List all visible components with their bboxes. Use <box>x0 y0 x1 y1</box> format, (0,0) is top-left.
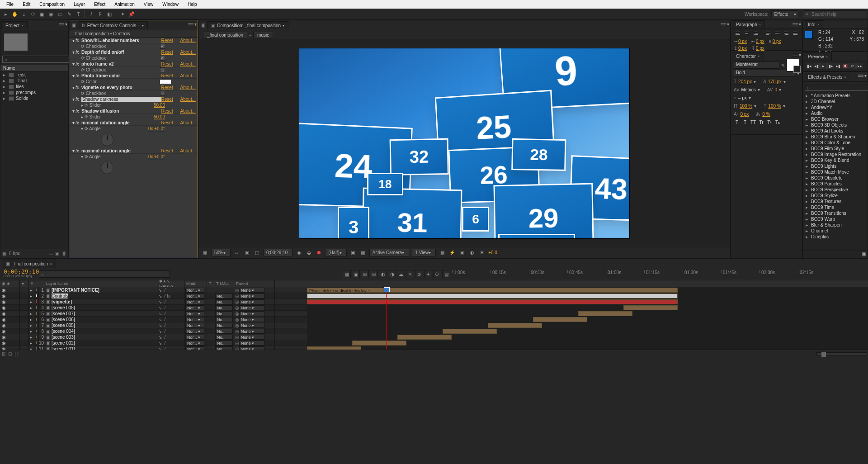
toggle-modes-icon[interactable]: ⊟ <box>8 351 12 356</box>
pickwhip-icon[interactable]: ◎ <box>235 341 239 346</box>
comp-subtabs[interactable]: _final composition◂music <box>198 30 730 39</box>
about-link[interactable]: About... <box>180 97 196 102</box>
effect-preset-folder[interactable]: ▸Cineplus <box>803 234 868 240</box>
project-tree[interactable]: ▸_edit▸_final▸files▸precomps▸Solids <box>0 72 68 249</box>
layer-row[interactable]: ◉ ▸ 8 ▣[scene 004] ↘ / Nor... ▾ No... ▾ … <box>0 328 307 334</box>
char-style-row[interactable]: TTTTTrT¹T₁ <box>731 118 802 126</box>
about-link[interactable]: About... <box>180 148 196 153</box>
blend-mode-select[interactable]: Nor... ▾ <box>185 335 204 340</box>
eyedropper-icon[interactable]: ✎ <box>781 63 785 68</box>
justify-all-icon[interactable] <box>791 30 799 37</box>
project-folder[interactable]: ▸precomps <box>0 90 68 95</box>
new-folder-icon[interactable]: ▭ <box>48 251 52 256</box>
preview-controls[interactable]: ▮◂ ◂▮ ▸ ▮▸ ▸▮ 🔇 ⟳ ▸▸ <box>803 61 868 71</box>
reset-link[interactable]: Reset <box>161 148 180 153</box>
layer-row[interactable]: ◉ ▸ 3 ▣[vignette] ↘ / Nor... ▾ No... ▾ ◎… <box>0 299 307 305</box>
comp-subtab[interactable]: _final composition <box>203 32 247 38</box>
timecode-display[interactable]: 0;00;29;10 <box>263 249 292 256</box>
pickwhip-icon[interactable]: ◎ <box>235 294 239 298</box>
reset-link[interactable]: Reset <box>161 97 180 102</box>
blend-mode-select[interactable]: Nor... ▾ <box>185 317 204 322</box>
effect-preset-folder[interactable]: ▸BCC9 Lights <box>803 163 868 169</box>
menu-animation[interactable]: Animation <box>111 1 138 8</box>
blend-mode-select[interactable]: Nor... ▾ <box>185 294 204 298</box>
tracking[interactable]: 0 <box>774 87 777 92</box>
effect-preset-folder[interactable]: ▸BCC9 Particles <box>803 181 868 187</box>
effects-search[interactable] <box>805 84 868 91</box>
justify-center-icon[interactable] <box>773 30 781 37</box>
text-style-button[interactable]: Tr <box>758 120 764 125</box>
workspace-select[interactable]: Effects▾ <box>771 10 798 18</box>
parent-select[interactable]: None ▾ <box>239 323 264 328</box>
justify-right-icon[interactable] <box>782 30 790 37</box>
effect-preset-folder[interactable]: ▸BCC9 Warp <box>803 216 868 222</box>
comp-subtab[interactable]: music <box>253 32 273 38</box>
mute-icon[interactable]: 🔇 <box>842 63 849 69</box>
angle-dial[interactable] <box>101 161 113 174</box>
effect-row[interactable]: ▾fxPhoto frame colorResetAbout... <box>69 73 198 79</box>
effect-controls-tab[interactable]: fxEffect Controls: Controls×▾ <box>78 21 148 29</box>
pickwhip-icon[interactable]: ◎ <box>235 288 239 293</box>
tl-icon[interactable]: ▣ <box>352 270 360 278</box>
timeline-search[interactable] <box>39 270 170 278</box>
pickwhip-icon[interactable]: ◎ <box>235 346 239 350</box>
effect-row[interactable]: ▾fxminimal rotation angleResetAbout... <box>69 120 198 126</box>
menu-composition[interactable]: Composition <box>36 1 68 8</box>
panel-menu-icon[interactable]: ▾ <box>59 22 67 27</box>
align-right-icon[interactable] <box>752 30 760 37</box>
effect-preset-folder[interactable]: ▸BCC9 Art Looks <box>803 128 868 134</box>
paragraph-tab[interactable]: Paragraph× <box>732 20 765 28</box>
toggle-switches-icon[interactable]: ⊞ <box>2 351 5 356</box>
font-family-select[interactable]: Montserrat <box>734 62 779 69</box>
effect-row[interactable]: ▾fxmaximal rotation angleResetAbout... <box>69 148 198 154</box>
channel-icon[interactable]: ⬣ <box>315 250 322 255</box>
composition-viewer[interactable]: 9252432262843293118314336 <box>198 39 730 247</box>
mask-icon[interactable]: ◫ <box>253 250 260 255</box>
effect-param[interactable]: ▾ ⟳ Angle0x +0.0° <box>69 126 198 132</box>
last-frame-icon[interactable]: ▸▮ <box>835 63 841 69</box>
visibility-icon[interactable]: ◉ <box>1 335 6 340</box>
pickwhip-icon[interactable]: ◎ <box>235 323 239 328</box>
blend-mode-select[interactable]: Nor... ▾ <box>185 341 204 346</box>
menu-edit[interactable]: Edit <box>19 1 34 8</box>
puppet-tool-icon[interactable]: 📌 <box>127 10 136 18</box>
indent-left[interactable]: 0 px <box>738 39 747 44</box>
zoom-select[interactable]: 50% ▾ <box>211 249 231 256</box>
new-comp-icon[interactable]: ▣ <box>55 251 59 256</box>
hscale[interactable]: 100 % <box>768 104 781 109</box>
roi-icon[interactable]: ▣ <box>349 250 357 255</box>
blend-mode-select[interactable]: Nor... ▾ <box>185 323 204 328</box>
reset-link[interactable]: Reset <box>161 120 180 125</box>
resolution-select[interactable]: (Half) ▾ <box>325 249 346 256</box>
effect-preset-folder[interactable]: ▸BCC Browser <box>803 116 868 122</box>
align-left-icon[interactable] <box>734 30 742 37</box>
camera-select[interactable]: Active Camera ▾ <box>369 249 410 256</box>
pixel-icon[interactable]: ▦ <box>439 250 446 255</box>
visibility-icon[interactable]: ◉ <box>1 323 6 328</box>
reset-link[interactable]: Reset <box>161 50 180 55</box>
layer-bar[interactable] <box>533 317 587 322</box>
align-center-icon[interactable] <box>743 30 751 37</box>
show-snap-icon[interactable]: ◒ <box>305 250 312 255</box>
pickwhip-icon[interactable]: ◎ <box>235 311 239 316</box>
effect-row[interactable]: ▾fxphoto frame v2ResetAbout... <box>69 61 198 67</box>
visibility-icon[interactable]: ◉ <box>1 299 6 304</box>
zoom-tool-icon[interactable]: ⌕ <box>20 10 28 18</box>
visibility-icon[interactable]: ◉ <box>1 311 6 316</box>
ec-body[interactable]: ▾fxShow/hi...eholder numbersResetAbout..… <box>69 38 198 258</box>
effect-preset-folder[interactable]: ▸BCC9 Key & Blend <box>803 157 868 163</box>
effect-preset-folder[interactable]: ▸BCC9 Image Restoration <box>803 152 868 157</box>
rotate-tool-icon[interactable]: ⟳ <box>29 10 37 18</box>
text-tool-icon[interactable]: T <box>74 10 82 18</box>
zoom-slider[interactable] <box>816 352 866 356</box>
vscale[interactable]: 100 % <box>740 104 752 109</box>
font-size[interactable]: 204 px <box>738 79 752 84</box>
views-select[interactable]: 1 View ▾ <box>412 249 436 256</box>
layer-bar[interactable] <box>578 311 632 316</box>
layer-bar[interactable] <box>623 305 678 310</box>
layer-bar[interactable] <box>397 335 452 340</box>
pickwhip-icon[interactable]: ◎ <box>235 305 239 310</box>
trkmat-select[interactable]: No... ▾ <box>215 323 233 328</box>
text-style-button[interactable]: T <box>734 120 740 125</box>
space-before[interactable]: 0 px <box>738 46 747 51</box>
